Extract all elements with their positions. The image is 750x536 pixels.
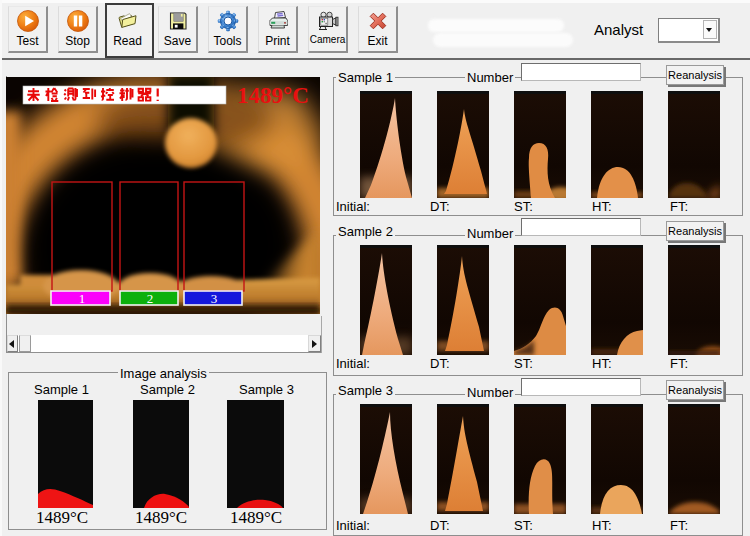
svg-text:3: 3 xyxy=(211,291,218,306)
svg-text:1: 1 xyxy=(79,291,86,306)
svg-text:1489°C: 1489°C xyxy=(237,83,309,108)
svg-text:2: 2 xyxy=(147,291,154,306)
